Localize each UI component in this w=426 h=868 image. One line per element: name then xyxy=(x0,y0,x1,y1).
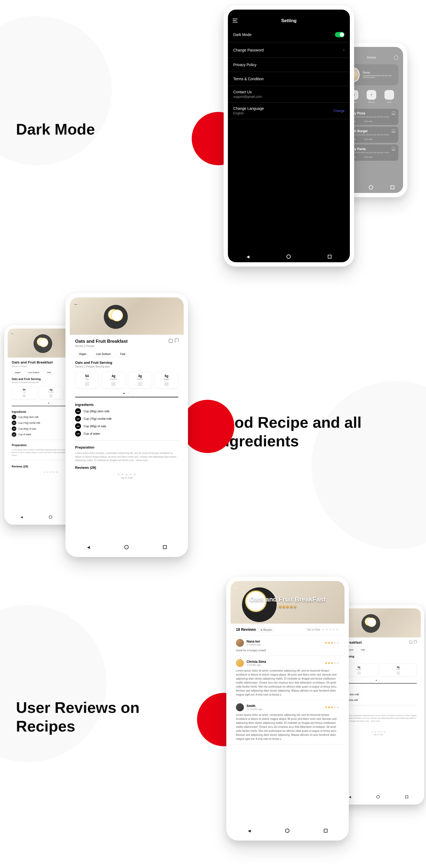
rating-stars-input[interactable]: ★★★★★ xyxy=(322,628,339,631)
recipe-title: Oats and Fruit BreakFast xyxy=(250,596,325,603)
dark-mode-toggle[interactable] xyxy=(335,32,345,37)
setting-terms[interactable]: Terms & Condition xyxy=(228,72,350,86)
recents-button[interactable] xyxy=(328,255,331,258)
avatar[interactable] xyxy=(236,659,244,667)
tag-fast[interactable]: Fast xyxy=(117,351,129,357)
review-item: Smith 14 months ago ★★★★★ Lorem ipsum do… xyxy=(231,700,345,744)
bookmark-icon[interactable] xyxy=(392,112,395,115)
home-button[interactable] xyxy=(287,254,291,259)
recipe-title: Spicy Pizza xyxy=(348,112,395,115)
back-arrow-icon[interactable]: ← xyxy=(73,301,79,307)
home-button[interactable] xyxy=(285,829,289,833)
nutrition-protein: 4gProtein xyxy=(102,372,126,389)
recents-button[interactable] xyxy=(324,829,327,833)
current-language: English xyxy=(233,112,264,115)
featured-subtitle: Prepared homemade that can bear with the… xyxy=(363,74,395,79)
featured-title: Pasta xyxy=(363,71,395,74)
recipe-hero-image: ← xyxy=(70,298,184,335)
review-rating: ★★★★★ xyxy=(325,641,339,645)
section-heading: User Reviews on Recipes xyxy=(16,698,176,735)
tag-vegan[interactable]: Vegan xyxy=(75,351,90,357)
settings-screen: Setting Dark Mode Change Password › Priv… xyxy=(228,9,350,262)
category-item[interactable]: ⋮⋮More xyxy=(385,90,394,103)
page-title: Setting xyxy=(281,18,297,23)
nutrition-card: 4gProtein xyxy=(39,386,63,399)
chevron-right-icon: › xyxy=(343,47,345,53)
tag-fast[interactable]: Fast xyxy=(44,370,54,374)
bookmark-icon[interactable] xyxy=(414,641,417,644)
back-arrow-icon[interactable]: ← xyxy=(10,331,14,336)
nutrition-sugar: 5gSuger xyxy=(155,372,179,389)
recipe-subtitle: Prepared homemade that can bear with the… xyxy=(348,116,395,118)
more-icon: ⋮⋮ xyxy=(385,90,394,100)
setting-contact-us[interactable]: Contact Us support@gmail.com xyxy=(228,86,350,103)
home-button[interactable] xyxy=(49,516,52,519)
setting-change-language[interactable]: Change Language English Change xyxy=(228,103,350,119)
share-icon[interactable] xyxy=(409,641,412,644)
bookmark-icon[interactable] xyxy=(392,147,395,151)
review-text: Lorem ipsum dolor sit amet, consectetur … xyxy=(236,669,339,696)
back-button[interactable]: ◀ xyxy=(247,254,250,259)
category-item[interactable]: 🥤Minum xyxy=(367,90,376,103)
share-icon[interactable] xyxy=(169,339,172,343)
android-nav-bar: ◀ xyxy=(231,825,345,836)
back-button[interactable]: ◀ xyxy=(21,516,23,519)
tag-vegan[interactable]: Vegan xyxy=(12,370,24,374)
ingredients-heading: Ingredients xyxy=(75,403,178,407)
hamburger-icon[interactable] xyxy=(233,19,237,22)
home-title: Home xyxy=(367,56,376,59)
bell-icon[interactable] xyxy=(394,56,398,60)
section-heading: Food Recipe and all Ingredients xyxy=(216,413,389,450)
serving-title: Oats and Fruit Serving xyxy=(75,361,178,365)
android-nav-bar: ◀ xyxy=(228,251,350,262)
recipe-hero-image: ← Oats and Fruit BreakFast ★★★★★ xyxy=(231,581,345,624)
avatar[interactable] xyxy=(236,639,244,647)
reviews-count: 18 Reviews xyxy=(236,627,256,631)
nutrition-card: 54Cal xyxy=(12,386,36,399)
tag[interactable]: Fast xyxy=(358,648,368,652)
review-item: Nana kor 3 months ago ★★★★★ Great for a … xyxy=(231,636,345,656)
review-rating: ★★★★★ xyxy=(325,661,339,665)
change-language-link[interactable]: Change xyxy=(333,109,345,113)
reviewer-name: Christa Sima xyxy=(247,660,266,663)
nutrition-card: 3gCarbs xyxy=(380,663,417,677)
nutrition-cal: 54Cal xyxy=(75,372,99,389)
recents-button[interactable] xyxy=(163,545,167,549)
ingredient-row: 1/4Cup (80g) skim milk xyxy=(75,408,178,414)
tap-to-rate-label: Tap to Rate xyxy=(307,628,320,631)
reviewer-name: Nana kor xyxy=(247,640,261,643)
ingredient-row: 1/4Cup (80g) of oats xyxy=(75,423,178,429)
recipe-title: Spicy Pasta xyxy=(348,147,395,151)
android-nav-bar: ◀ xyxy=(70,541,184,553)
reviews-screen: ← Oats and Fruit BreakFast ★★★★★ 18 Revi… xyxy=(231,581,345,836)
setting-change-password[interactable]: Change Password › xyxy=(228,42,350,58)
reviews-heading[interactable]: Reviews (29) xyxy=(75,466,178,470)
recipe-hero-image xyxy=(336,608,421,637)
bookmark-icon[interactable] xyxy=(175,338,178,343)
setting-privacy-policy[interactable]: Privacy Policy xyxy=(228,58,350,72)
tag-low-sodium[interactable]: Low Sodium xyxy=(92,351,114,357)
review-rating: ★★★★★ xyxy=(325,706,339,709)
back-arrow-icon[interactable]: ← xyxy=(234,585,240,591)
recents-button[interactable] xyxy=(391,185,394,189)
recipe-name: Oats and Fruit Breakfast xyxy=(75,339,128,344)
back-button[interactable]: ◀ xyxy=(248,829,251,833)
home-button[interactable] xyxy=(369,185,373,189)
recipe-title: Fresh Burger xyxy=(348,129,395,133)
tag-low-sodium[interactable]: Low Sodium xyxy=(25,370,42,374)
home-button[interactable] xyxy=(124,545,129,549)
section-heading: Dark Mode xyxy=(16,120,95,138)
tap-to-rate-label: Tap to Rate xyxy=(75,476,178,479)
rating-stars: ★★★★★ xyxy=(250,604,325,609)
back-button[interactable]: ◀ xyxy=(87,545,90,549)
rating-stars[interactable]: ★★★★★ xyxy=(75,472,178,476)
review-time: 3 months ago xyxy=(247,643,261,646)
review-text: Lorem ipsum dolor sit amet, consectetur … xyxy=(236,713,339,741)
avatar[interactable] xyxy=(236,703,244,711)
sort-button[interactable]: ⇅ Recent xyxy=(259,628,273,632)
review-item: Christa Sima 4 months ago ★★★★★ Lorem ip… xyxy=(231,656,345,700)
serves-text: Serves 2 People xyxy=(75,345,178,347)
page-indicator: ● ○ xyxy=(75,390,178,397)
preparation-heading: Preparation xyxy=(75,445,178,449)
bookmark-icon[interactable] xyxy=(392,129,395,133)
